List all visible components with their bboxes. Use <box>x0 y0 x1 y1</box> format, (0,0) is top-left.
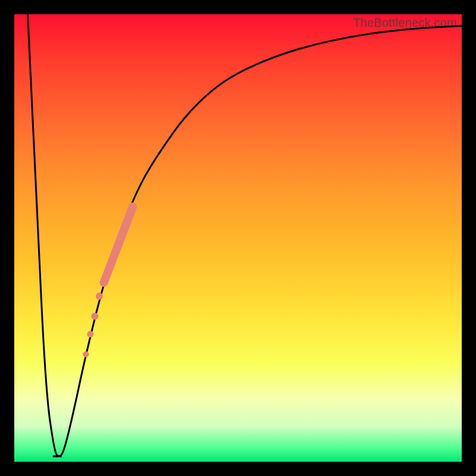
highlight-markers <box>83 206 133 357</box>
chart-frame: TheBottleneck.com <box>0 0 476 476</box>
highlight-thick-segment <box>104 206 133 283</box>
curve-layer <box>14 14 462 462</box>
plot-area: TheBottleneck.com <box>14 14 462 462</box>
highlight-dot <box>87 331 93 337</box>
highlight-dot <box>91 313 98 320</box>
highlight-dot <box>96 293 103 300</box>
highlight-dot <box>83 352 89 358</box>
bottleneck-curve <box>28 14 462 456</box>
